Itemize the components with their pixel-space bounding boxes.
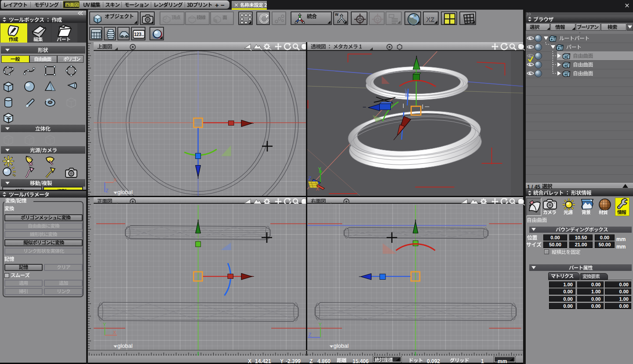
svg-text:Y: Y bbox=[318, 322, 322, 327]
svg-text:X: X bbox=[113, 330, 116, 335]
svg-text:global: global bbox=[333, 342, 349, 349]
svg-text:123..: 123.. bbox=[134, 32, 144, 37]
svg-text:X: X bbox=[113, 177, 117, 183]
svg-text:Z: Z bbox=[308, 332, 311, 337]
svg-text:Z: Z bbox=[106, 188, 109, 193]
svg-text:w: w bbox=[335, 12, 338, 16]
svg-text:global: global bbox=[117, 189, 133, 195]
svg-text:global: global bbox=[117, 342, 133, 349]
svg-text:X: X bbox=[316, 186, 319, 191]
svg-text:Z: Z bbox=[308, 176, 311, 181]
svg-text:XZ: XZ bbox=[426, 15, 434, 23]
svg-text:Y: Y bbox=[318, 166, 321, 172]
svg-text:Y: Y bbox=[103, 322, 106, 327]
